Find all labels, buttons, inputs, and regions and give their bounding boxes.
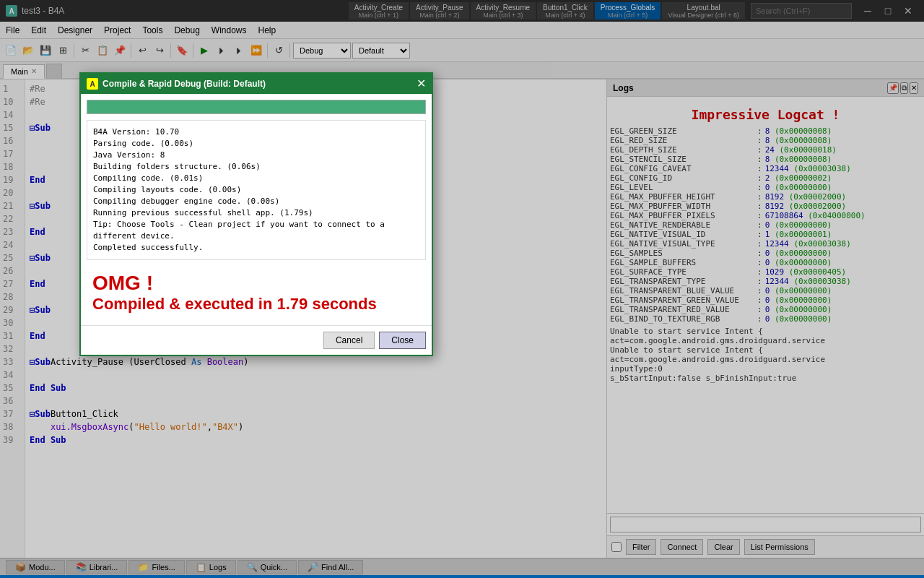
compile-dialog[interactable]: A Compile & Rapid Debug (Build: Default)… bbox=[79, 72, 433, 356]
tb-grid[interactable]: ⊞ bbox=[55, 43, 71, 59]
dialog-progress-bar-container bbox=[87, 100, 426, 114]
logs-close-button[interactable]: ✕ bbox=[910, 82, 918, 94]
config-dropdown[interactable]: Default bbox=[352, 43, 410, 59]
tb-refresh[interactable]: ↺ bbox=[271, 43, 287, 59]
tb-debug3[interactable]: ⏩ bbox=[248, 43, 264, 59]
code-line-33: ⊟Sub Activity_Pause (UserClosed As Boole… bbox=[30, 355, 602, 368]
window-controls: ─ □ ✕ bbox=[858, 2, 918, 20]
dialog-log-line-6: Compiling layouts code. (0.00s) bbox=[93, 184, 419, 196]
tb-open[interactable]: 📂 bbox=[20, 43, 36, 59]
log-entry: EGL_TRANSPARENT_RED_VALUE:0 (0x00000000) bbox=[610, 305, 921, 314]
shortcut-activity-resume[interactable]: Activity_Resume Main (ctrl + 3) bbox=[471, 2, 536, 20]
tb-paste[interactable]: 📌 bbox=[112, 43, 128, 59]
dialog-body: B4A Version: 10.70 Parsing code. (0.00s)… bbox=[87, 120, 426, 260]
dialog-log-line-3: Java Version: 8 bbox=[93, 150, 419, 161]
tab-close-main[interactable]: ✕ bbox=[31, 67, 37, 75]
dialog-big-text: OMG ! Compiled & executed in 1.79 second… bbox=[87, 266, 426, 319]
maximize-button[interactable]: □ bbox=[878, 2, 898, 20]
dialog-titlebar: A Compile & Rapid Debug (Build: Default)… bbox=[81, 74, 432, 94]
logs-input-area bbox=[607, 513, 924, 535]
tb-undo[interactable]: ↩ bbox=[134, 43, 150, 59]
log-entry: EGL_BIND_TO_TEXTURE_RGB:0 (0x00000000) bbox=[610, 314, 921, 324]
filter-button[interactable]: Filter bbox=[626, 539, 656, 555]
dialog-close-button[interactable]: ✕ bbox=[417, 78, 426, 90]
dialog-cancel-button[interactable]: Cancel bbox=[323, 332, 375, 349]
clear-button[interactable]: Clear bbox=[707, 539, 739, 555]
filter-checkbox[interactable] bbox=[611, 542, 622, 552]
dialog-log-line-2: Parsing code. (0.00s) bbox=[93, 138, 419, 150]
log-entry: EGL_SAMPLE_BUFFERS:0 (0x00000000) bbox=[610, 258, 921, 267]
tb-debug2[interactable]: ⏵ bbox=[231, 43, 247, 59]
code-line-39: End Sub bbox=[30, 434, 602, 447]
shortcut-button1-click[interactable]: Button1_Click Main (ctrl + 4) bbox=[537, 2, 593, 20]
log-entry: EGL_MAX_PBUFFER_PIXELS:67108864 (0x04000… bbox=[610, 211, 921, 220]
menu-debug[interactable]: Debug bbox=[168, 22, 205, 39]
tb-debug1[interactable]: ⏵ bbox=[214, 43, 230, 59]
minimize-button[interactable]: ─ bbox=[858, 2, 878, 20]
logs-pin-button[interactable]: 📌 bbox=[887, 82, 899, 94]
bottom-tab-quicksearch[interactable]: 🔍 Quick... bbox=[237, 560, 297, 574]
bottom-tab-libraries[interactable]: 📚 Librari... bbox=[66, 560, 128, 574]
line-numbers: 1 10 14 15 16 17 18 19 20 21 22 23 24 25… bbox=[0, 79, 25, 558]
window-title: test3 - B4A bbox=[22, 6, 349, 16]
tb-bookmark[interactable]: 🔖 bbox=[174, 43, 190, 59]
files-icon: 📁 bbox=[138, 562, 149, 572]
tb-save[interactable]: 💾 bbox=[38, 43, 53, 59]
log-entry: EGL_CONFIG_CAVEAT:12344 (0x00003038) bbox=[610, 164, 921, 173]
bottom-tab-files[interactable]: 📁 Files... bbox=[128, 560, 184, 574]
tb-run[interactable]: ▶ bbox=[196, 43, 212, 59]
search-input[interactable] bbox=[751, 3, 852, 19]
tb-sep-1 bbox=[74, 43, 74, 58]
logs-header-controls: 📌 ⧉ ✕ bbox=[887, 82, 918, 94]
menu-windows[interactable]: Windows bbox=[206, 22, 253, 39]
tb-sep-5 bbox=[267, 43, 268, 58]
log-entry: EGL_CONFIG_ID:2 (0x00000002) bbox=[610, 173, 921, 183]
app-icon: A bbox=[6, 5, 17, 17]
status-bar: B4A-Bridge: Disconnected | 3/24/2021 7:0… bbox=[0, 575, 924, 578]
dialog-compiled-text: Compiled & executed in 1.79 seconds bbox=[92, 295, 420, 314]
menu-project[interactable]: Project bbox=[98, 22, 136, 39]
connect-button[interactable]: Connect bbox=[661, 539, 703, 555]
logs-header: Logs 📌 ⧉ ✕ bbox=[607, 79, 924, 97]
dialog-title: Compile & Rapid Debug (Build: Default) bbox=[103, 79, 266, 89]
logs-input-field[interactable] bbox=[610, 517, 921, 532]
log-entry: EGL_SAMPLES:0 (0x00000000) bbox=[610, 249, 921, 258]
log-entry: EGL_NATIVE_VISUAL_ID:1 (0x00000001) bbox=[610, 230, 921, 239]
log-entry: EGL_STENCIL_SIZE:8 (0x00000008) bbox=[610, 155, 921, 164]
close-button[interactable]: ✕ bbox=[898, 2, 918, 20]
tb-new[interactable]: 📄 bbox=[3, 43, 19, 59]
tb-sep-4 bbox=[193, 43, 193, 58]
shortcut-activity-pause[interactable]: Activity_Pause Main (ctrl + 2) bbox=[410, 2, 469, 20]
tab-extra[interactable] bbox=[46, 64, 62, 78]
bottom-tab-logs[interactable]: 📋 Logs bbox=[186, 560, 236, 574]
tb-sep-6 bbox=[289, 43, 290, 58]
menu-designer[interactable]: Designer bbox=[52, 22, 98, 39]
menu-file[interactable]: File bbox=[0, 22, 25, 39]
tb-copy[interactable]: 📋 bbox=[95, 43, 110, 59]
tab-main[interactable]: Main ✕ bbox=[3, 64, 45, 79]
menu-help[interactable]: Help bbox=[253, 22, 282, 39]
shortcut-layout-bal[interactable]: Layout.bal Visual Designer (ctrl + 6) bbox=[662, 2, 745, 20]
dialog-icon: A bbox=[87, 78, 98, 90]
shortcut-process-globals[interactable]: Process_Globals Main (ctrl + 5) bbox=[595, 2, 661, 20]
menu-bar: File Edit Designer Project Tools Debug W… bbox=[0, 22, 924, 39]
dialog-footer: Cancel Close bbox=[81, 325, 432, 355]
bottom-tab-findall[interactable]: 🔎 Find All... bbox=[298, 560, 363, 574]
shortcut-activity-create[interactable]: Activity_Create Main (ctrl + 1) bbox=[349, 2, 409, 20]
libraries-icon: 📚 bbox=[76, 562, 87, 572]
dialog-log-line-8: Running previous successful shell app. (… bbox=[93, 207, 419, 219]
dialog-close-dlg-button[interactable]: Close bbox=[379, 332, 426, 349]
logs-title: Logs bbox=[613, 83, 634, 93]
menu-tools[interactable]: Tools bbox=[136, 22, 168, 39]
shortcut-buttons: Activity_Create Main (ctrl + 1) Activity… bbox=[349, 2, 745, 20]
tb-sep-3 bbox=[170, 43, 171, 58]
log-entry: EGL_SURFACE_TYPE:1029 (0x00000405) bbox=[610, 267, 921, 277]
logs-float-button[interactable]: ⧉ bbox=[900, 82, 908, 94]
list-permissions-button[interactable]: List Permissions bbox=[744, 539, 815, 555]
logs-impressive-text: Impressive Logcat ! bbox=[610, 100, 921, 126]
menu-edit[interactable]: Edit bbox=[25, 22, 52, 39]
tb-cut[interactable]: ✂ bbox=[77, 43, 93, 59]
debug-dropdown[interactable]: Debug bbox=[293, 43, 351, 59]
tb-redo[interactable]: ↪ bbox=[152, 43, 167, 59]
bottom-tab-modules[interactable]: 📦 Modu... bbox=[6, 560, 65, 574]
